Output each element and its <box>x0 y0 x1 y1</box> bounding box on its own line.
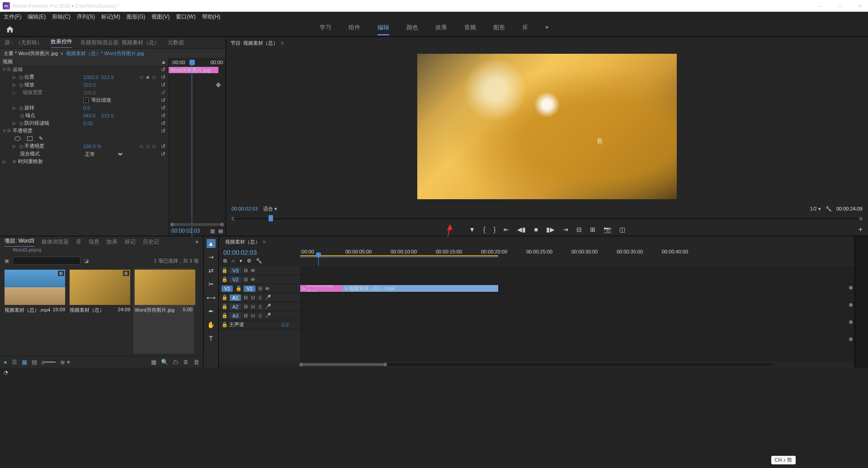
tab-effect-controls[interactable]: 效果控件 <box>51 38 72 48</box>
menu-marker[interactable]: 标记(M) <box>101 13 120 21</box>
track-select-tool[interactable]: ⇢ <box>207 253 216 262</box>
toggle-output-icon[interactable]: ⊟ <box>244 276 248 282</box>
flicker-value[interactable]: 0.00 <box>83 121 93 126</box>
zoom-slider[interactable]: o━━━ <box>42 359 56 365</box>
ws-library[interactable]: 库 <box>522 23 528 35</box>
lock-icon[interactable]: 🔒 <box>236 285 241 291</box>
mini-scrollbar[interactable] <box>170 223 224 226</box>
panel-menu-icon[interactable]: ≡ <box>263 239 265 244</box>
wrench-icon[interactable]: 🔧 <box>256 258 262 264</box>
prop-blend-mode[interactable]: 混合模式 正常 ↺ <box>0 150 168 158</box>
timeline-timecode[interactable]: 00:00:02:03 <box>223 249 296 256</box>
razor-tool[interactable]: ✂ <box>207 280 216 289</box>
voice-icon[interactable]: 🎤 <box>265 295 271 300</box>
fx-time-remap[interactable]: ▷fx 时间重映射 <box>0 158 168 165</box>
reset-icon[interactable]: ↺ <box>161 74 165 80</box>
list-view-icon[interactable]: ☰ <box>12 359 17 365</box>
go-to-in-icon[interactable]: ⇤ <box>504 226 509 233</box>
eye-icon[interactable]: 👁 <box>250 268 255 273</box>
program-scrubber[interactable] <box>226 213 868 223</box>
lock-icon[interactable]: 🔒 <box>222 267 227 273</box>
lock-icon[interactable]: 🔒 <box>222 295 227 300</box>
mini-clip-bar[interactable]: Word另存图片.jpg <box>169 67 218 73</box>
lane-v3[interactable] <box>300 266 854 275</box>
tab-info[interactable]: 信息 <box>89 238 99 246</box>
minimize-button[interactable]: — <box>814 3 826 9</box>
fx-motion[interactable]: ▽fx 运动 ↺ <box>0 66 168 73</box>
solo-button[interactable]: S <box>258 295 262 300</box>
effect-mini-timeline[interactable]: :00:0000:00 Word另存图片.jpg 00:00:02:03 ▥▤ <box>168 58 226 236</box>
audio-meter[interactable] <box>854 236 868 368</box>
eye-icon[interactable]: 👁 <box>250 277 255 282</box>
find-icon[interactable]: 🔍 <box>161 359 168 365</box>
lane-v1[interactable]: fxWord另存图片.jp fx视频素材（总）.mp4 <box>300 284 854 293</box>
close-button[interactable]: ✕ <box>854 3 865 9</box>
prop-anchor[interactable]: ◷ 锚点 343.5 215.5 ↺ <box>0 112 168 119</box>
selection-tool[interactable]: ▲ <box>207 239 216 248</box>
mask-pen-icon[interactable]: ✎ <box>39 136 43 141</box>
project-item[interactable]: ⊞ 视频素材（总）24:09 <box>70 270 130 352</box>
ripple-edit-tool[interactable]: ⇄ <box>207 266 216 275</box>
ws-learn[interactable]: 学习 <box>320 23 331 35</box>
new-bin-icon[interactable]: 🗀 <box>173 359 179 365</box>
clip-image[interactable]: fxWord另存图片.jp <box>300 285 343 292</box>
in-point-icon[interactable]: { <box>483 226 486 233</box>
scale-value[interactable]: 323.0 <box>83 82 96 88</box>
project-item-selected[interactable]: Word另存图片.jpg5:00 <box>133 268 194 354</box>
anchor-x[interactable]: 343.5 <box>83 113 96 118</box>
marker-icon[interactable]: ▼ <box>469 226 475 233</box>
ws-color[interactable]: 颜色 <box>406 23 418 35</box>
proj-tabs-overflow-icon[interactable]: » <box>195 239 198 245</box>
tab-audio-mixer[interactable]: 音频剪辑混合器: 视频素材（总） <box>80 39 160 47</box>
slip-tool[interactable]: ⟷ <box>207 293 216 302</box>
lane-a3[interactable] <box>300 311 854 320</box>
solo-button[interactable]: S <box>258 304 262 309</box>
reset-icon[interactable]: ↺ <box>161 120 165 126</box>
button-editor-icon[interactable]: + <box>859 225 863 234</box>
stopwatch-icon[interactable]: ◷ <box>19 121 24 126</box>
voice-icon[interactable]: 🎤 <box>265 313 271 318</box>
tab-source[interactable]: 源：（无剪辑） <box>5 39 42 47</box>
fx-opacity[interactable]: ▽fx 不透明度 ↺ <box>0 127 168 135</box>
reset-icon[interactable]: ↺ <box>161 112 165 119</box>
step-back-icon[interactable]: ◀▮ <box>517 226 526 233</box>
prop-scale[interactable]: ▷ ◷ 缩放 323.0 ↺ <box>0 81 168 89</box>
lane-a1[interactable] <box>300 293 854 302</box>
track-header-v3[interactable]: 🔒V3⊟👁 <box>219 266 300 275</box>
zoom-fit-select[interactable]: 适合 ▾ <box>263 206 277 212</box>
toggle-output-icon[interactable]: ⊟ <box>244 304 248 309</box>
opacity-value[interactable]: 100.0 % <box>83 144 101 149</box>
menu-edit[interactable]: 编辑(E) <box>28 13 46 21</box>
menu-view[interactable]: 视图(V) <box>151 13 170 21</box>
track-header-a2[interactable]: 🔒A2⊟MS🎤 <box>219 302 300 311</box>
prop-opacity-value[interactable]: ▷ ◷ 不透明度 100.0 % ◁ ◇ ▷ ↺ <box>0 142 168 150</box>
tab-metadata[interactable]: 元数据 <box>168 39 184 47</box>
mute-button[interactable]: M <box>250 313 255 318</box>
out-point-icon[interactable]: } <box>494 226 496 233</box>
mute-button[interactable]: M <box>250 304 255 309</box>
track-header-a1[interactable]: 🔒A1⊟MS🎤 <box>219 293 300 302</box>
effect-timecode[interactable]: 00:00:02:03 <box>171 228 200 234</box>
uniform-scale-checkbox[interactable] <box>83 98 89 103</box>
toggle-output-icon[interactable]: ⊟ <box>244 313 248 318</box>
ws-graphics[interactable]: 图形 <box>493 23 505 35</box>
marker-icon[interactable]: ▾ <box>240 258 242 264</box>
stopwatch-icon[interactable]: ◷ <box>19 82 24 88</box>
prop-uniform-scale[interactable]: 等比缩放 ↺ <box>0 96 168 104</box>
mask-rect-icon[interactable] <box>27 136 33 141</box>
reset-icon[interactable]: ↺ <box>161 66 165 73</box>
sort-icon[interactable]: ≣ ▾ <box>60 359 70 365</box>
source-patch[interactable]: V1 <box>222 285 233 292</box>
lane-master[interactable] <box>300 320 854 329</box>
bin-icon[interactable]: ▣ <box>5 258 9 264</box>
lock-icon[interactable]: 🔒 <box>222 304 227 309</box>
go-to-out-icon[interactable]: ⇥ <box>563 226 568 233</box>
stopwatch-icon[interactable]: ◷ <box>19 105 24 111</box>
lock-icon[interactable]: 🔒 <box>222 313 227 318</box>
work-area-bar[interactable] <box>300 255 498 257</box>
ws-effects[interactable]: 效果 <box>435 23 447 35</box>
panel-menu-icon[interactable]: ≡ <box>281 40 283 46</box>
settings-icon[interactable]: 🔧 <box>826 206 832 212</box>
toggle-output-icon[interactable]: ⊟ <box>258 285 262 291</box>
menu-graphics[interactable]: 图形(G) <box>127 13 145 21</box>
